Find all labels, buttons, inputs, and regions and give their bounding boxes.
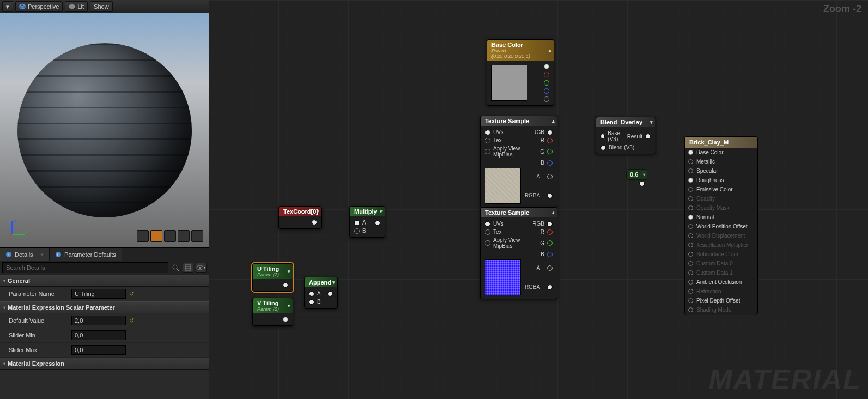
node-constant[interactable]: 0.6▾ (626, 169, 647, 180)
result-pin-ambient-occlusion[interactable]: Ambient Occlusion (685, 277, 757, 287)
result-pin-shading-model[interactable]: Shading Model (685, 305, 757, 315)
node-blend-overlay[interactable]: Blend_Overlay▾ Base (V3)Result Blend (V3… (596, 117, 655, 154)
cube-icon (19, 3, 26, 10)
texture-thumbnail[interactable] (485, 259, 521, 295)
svg-point-10 (173, 265, 177, 269)
perspective-button[interactable]: Perspective (15, 1, 63, 12)
slider-min-input[interactable] (71, 330, 126, 340)
material-result-node[interactable]: Brick_Clay_M Base ColorMetallicSpecularR… (684, 136, 758, 315)
node-texture-sample-1[interactable]: Texture Sample▴ UVsRGB TexR Apply View M… (480, 116, 557, 208)
section-scalar-param[interactable]: Material Expression Scalar Parameter (0, 301, 209, 313)
node-basecolor-param[interactable]: Base ColorParam (0.25,0.25,0.25,1)▴ (487, 39, 554, 106)
default-value-label: Default Value (9, 317, 71, 324)
param-name-input[interactable] (71, 289, 126, 299)
lit-button[interactable]: Lit (65, 1, 88, 12)
result-pin-world-displacement[interactable]: World Displacement (685, 231, 757, 240)
result-pin-normal[interactable]: Normal (685, 213, 757, 222)
mesh-mode-button[interactable] (191, 230, 203, 242)
slider-max-input[interactable] (71, 345, 126, 355)
result-pin-refraction[interactable]: Refraction (685, 287, 757, 296)
preview-sphere (17, 43, 192, 217)
revert-icon[interactable]: ↺ (129, 317, 136, 324)
result-pin-world-position-offset[interactable]: World Position Offset (685, 222, 757, 231)
node-texture-sample-2[interactable]: Texture Sample▴ UVsRGB TexR Apply View M… (480, 207, 557, 299)
result-pin-pixel-depth-offset[interactable]: Pixel Depth Offset (685, 296, 757, 305)
node-append[interactable]: Append▾ A B (304, 277, 338, 309)
plane-mode-button[interactable] (164, 230, 176, 242)
preview-shape-modes (137, 230, 203, 242)
result-title: Brick_Clay_M (685, 137, 757, 148)
svg-text:x: x (10, 235, 12, 237)
svg-line-11 (177, 269, 179, 271)
node-texcoord[interactable]: TexCoord[0]▾ (278, 206, 322, 229)
result-pin-opacity-mask[interactable]: Opacity Mask (685, 203, 757, 213)
details-tabs: i Details × i Parameter Defaults (0, 247, 209, 261)
info-icon: i (55, 251, 62, 258)
result-pin-custom-data-1[interactable]: Custom Data 1 (685, 268, 757, 277)
cube-mode-button[interactable] (178, 230, 190, 242)
show-button[interactable]: Show (90, 1, 113, 12)
node-multiply[interactable]: Multiply▾ A B (349, 206, 385, 238)
node-vtiling[interactable]: V TilingParam (2)▾ (252, 298, 293, 326)
viewport-menu-button[interactable]: ▾ (2, 1, 13, 12)
default-value-input[interactable] (71, 316, 126, 325)
tab-details[interactable]: i Details × (0, 248, 50, 261)
svg-text:y: y (25, 229, 27, 234)
view-options-button[interactable]: ▾ (196, 263, 207, 273)
result-pin-roughness[interactable]: Roughness (685, 176, 757, 185)
svg-point-16 (199, 267, 201, 269)
result-pin-tessellation-multiplier[interactable]: Tessellation Multiplier (685, 240, 757, 250)
svg-text:i: i (8, 252, 9, 257)
color-swatch[interactable] (491, 65, 527, 101)
result-pin-specular[interactable]: Specular (685, 166, 757, 176)
zoom-label: Zoom -2 (823, 3, 861, 15)
slider-max-label: Slider Max (9, 347, 71, 353)
material-watermark: MATERIAL (708, 363, 861, 396)
cylinder-mode-button[interactable] (137, 230, 149, 242)
tab-parameter-defaults[interactable]: i Parameter Defaults (50, 248, 122, 261)
node-utiling[interactable]: U TilingParam (2)▾ (252, 263, 293, 292)
result-pin-opacity[interactable]: Opacity (685, 194, 757, 203)
svg-point-6 (6, 252, 11, 257)
close-tab-icon[interactable]: × (40, 251, 44, 258)
svg-text:z: z (14, 219, 16, 223)
section-material-expression[interactable]: Material Expression (0, 358, 209, 370)
svg-text:i: i (57, 252, 58, 257)
param-name-label: Parameter Name (9, 291, 71, 297)
search-icon (171, 263, 180, 273)
texture-thumbnail[interactable] (485, 168, 521, 204)
property-matrix-button[interactable] (183, 263, 193, 273)
axis-gizmo: z y x (10, 217, 29, 238)
section-general[interactable]: General (0, 275, 209, 287)
slider-min-label: Slider Min (9, 332, 71, 338)
result-pin-subsurface-color[interactable]: Subsurface Color (685, 250, 757, 259)
svg-point-8 (56, 252, 61, 257)
result-pin-metallic[interactable]: Metallic (685, 157, 757, 166)
viewport-toolbar: ▾ Perspective Lit Show (0, 0, 209, 13)
svg-rect-12 (185, 265, 191, 270)
material-preview-viewport[interactable]: z y x (0, 13, 209, 247)
cube-icon (69, 3, 75, 10)
eye-icon (196, 265, 203, 270)
revert-icon[interactable]: ↺ (129, 291, 136, 297)
result-pin-base-color[interactable]: Base Color (685, 148, 757, 157)
material-graph[interactable]: Zoom -2 MATERIAL TexCoord[0]▾ Multiply▾ … (209, 0, 868, 399)
result-pin-custom-data-0[interactable]: Custom Data 0 (685, 259, 757, 268)
result-pin-emissive-color[interactable]: Emissive Color (685, 185, 757, 194)
info-icon: i (5, 251, 12, 258)
search-details-input[interactable] (2, 262, 168, 273)
sphere-mode-button[interactable] (150, 230, 162, 242)
